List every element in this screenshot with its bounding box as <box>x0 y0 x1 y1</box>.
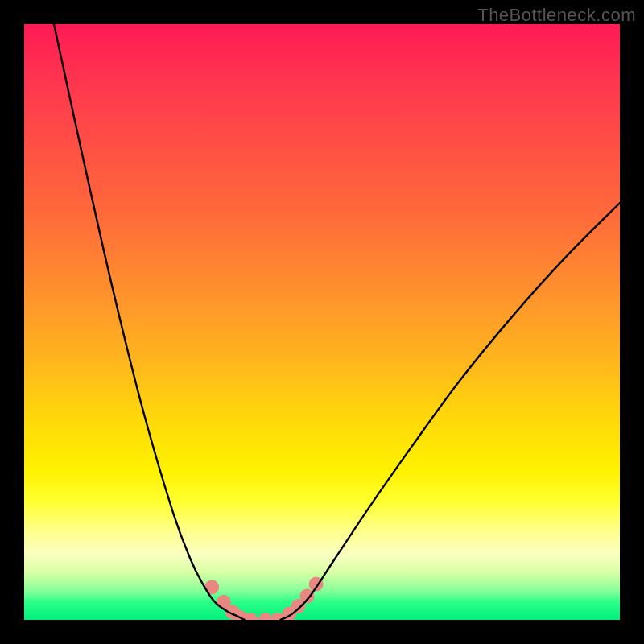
curve-layer <box>24 24 620 620</box>
left-curve <box>54 24 245 620</box>
watermark-text: TheBottleneck.com <box>477 5 636 26</box>
marker-group <box>204 577 324 620</box>
plot-area <box>24 24 620 620</box>
right-curve <box>280 203 620 620</box>
chart-frame: TheBottleneck.com <box>0 0 644 644</box>
